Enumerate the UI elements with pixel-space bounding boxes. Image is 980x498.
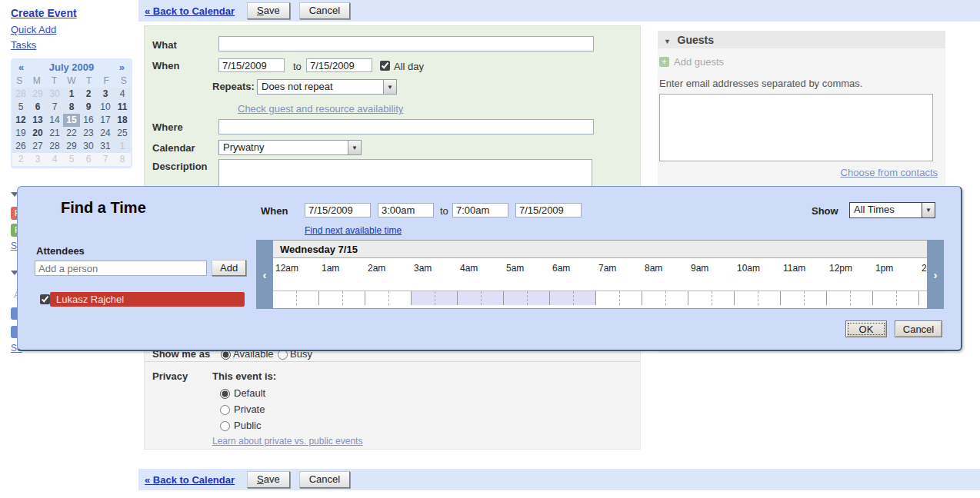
mini-calendar-day[interactable]: 16: [80, 114, 97, 127]
dialog-cancel-button[interactable]: Cancel: [895, 320, 942, 337]
mini-calendar-day[interactable]: 13: [29, 114, 46, 127]
calendar-select[interactable]: Prywatny ▼: [218, 140, 362, 155]
dialog-end-time-input[interactable]: [452, 203, 508, 217]
mini-calendar-day[interactable]: 27: [29, 140, 46, 153]
cancel-button[interactable]: Cancel: [299, 2, 350, 19]
sidebar-item-tasks[interactable]: Tasks: [11, 39, 36, 51]
mini-calendar-day[interactable]: 7: [97, 153, 114, 166]
hour-label: 3am: [412, 258, 458, 286]
mini-calendar-day[interactable]: 7: [46, 101, 63, 114]
mini-calendar-day[interactable]: 11: [114, 101, 131, 114]
all-day-checkbox[interactable]: [380, 61, 390, 71]
choose-from-contacts-link[interactable]: Choose from contacts: [841, 167, 938, 178]
mini-calendar-prev-icon[interactable]: «: [18, 61, 24, 73]
mini-calendar-day[interactable]: 30: [80, 140, 97, 153]
timeline-slot[interactable]: [919, 291, 927, 305]
mini-calendar-day[interactable]: 8: [63, 101, 80, 114]
timeline-selected-slot[interactable]: [550, 291, 596, 305]
timeline-selected-slot[interactable]: [504, 291, 550, 305]
mini-calendar-day[interactable]: 18: [114, 114, 131, 127]
privacy-default-radio[interactable]: [220, 389, 230, 399]
timeline-slot[interactable]: [781, 291, 827, 305]
mini-calendar-day[interactable]: 5: [12, 101, 29, 114]
attendee-checkbox[interactable]: [40, 294, 50, 304]
timeline-selected-slot[interactable]: [458, 291, 504, 305]
guests-header[interactable]: ▼ Guests: [658, 31, 945, 48]
timeline-slot[interactable]: [642, 291, 688, 305]
mini-calendar-day[interactable]: 17: [97, 114, 114, 127]
add-person-input[interactable]: [35, 261, 207, 276]
what-input[interactable]: [218, 36, 594, 51]
timeline-slot[interactable]: [319, 291, 365, 305]
back-to-calendar-link[interactable]: « Back to Calendar: [145, 474, 235, 486]
find-next-available-link[interactable]: Find next available time: [305, 225, 402, 236]
where-input[interactable]: [218, 119, 594, 134]
mini-calendar-day[interactable]: 24: [97, 127, 114, 140]
timeline-slot[interactable]: [873, 291, 919, 305]
dialog-start-time-input[interactable]: [378, 203, 434, 217]
mini-calendar-day[interactable]: 30: [46, 88, 63, 101]
back-to-calendar-link[interactable]: « Back to Calendar: [145, 5, 235, 17]
mini-calendar-day[interactable]: 4: [114, 88, 131, 101]
mini-calendar-day[interactable]: 2: [12, 153, 29, 166]
end-date-input[interactable]: [306, 58, 372, 72]
sidebar-item-create-event[interactable]: Create Event: [11, 7, 77, 19]
timeline-slot[interactable]: [688, 291, 735, 305]
mini-calendar-next-icon[interactable]: »: [119, 61, 125, 73]
mini-calendar-day[interactable]: 8: [114, 153, 131, 166]
mini-calendar-day[interactable]: 3: [97, 88, 114, 101]
mini-calendar-day[interactable]: 25: [114, 127, 131, 140]
cancel-button[interactable]: Cancel: [299, 471, 350, 488]
check-availability-link[interactable]: Check guest and resource availability: [238, 103, 403, 115]
ok-button[interactable]: OK: [845, 320, 887, 337]
sidebar-item-quick-add[interactable]: Quick Add: [11, 24, 56, 35]
mini-calendar-day[interactable]: 9: [80, 101, 97, 114]
mini-calendar-day[interactable]: 3: [29, 153, 46, 166]
mini-calendar-day[interactable]: 28: [46, 140, 63, 153]
mini-calendar-day[interactable]: 26: [12, 140, 29, 153]
mini-calendar-selected-day[interactable]: 15: [63, 114, 80, 127]
timeline-slot[interactable]: [735, 291, 781, 305]
timeline-slot[interactable]: [365, 291, 412, 305]
mini-calendar-day[interactable]: 1: [114, 140, 131, 153]
timeline-slot[interactable]: [596, 291, 642, 305]
mini-calendar-day[interactable]: 19: [12, 127, 29, 140]
dialog-end-date-input[interactable]: [515, 203, 582, 217]
mini-calendar-day[interactable]: 29: [63, 140, 80, 153]
mini-calendar-day[interactable]: 12: [12, 114, 29, 127]
privacy-learn-link[interactable]: Learn about private vs. public events: [212, 436, 362, 447]
timeline-cells[interactable]: [273, 291, 927, 305]
mini-calendar-day[interactable]: 31: [97, 140, 114, 153]
save-button[interactable]: Save: [247, 471, 290, 488]
add-attendee-button[interactable]: Add: [212, 260, 246, 276]
mini-calendar-day[interactable]: 2: [80, 88, 97, 101]
timeline-slot[interactable]: [827, 291, 873, 305]
mini-calendar-day[interactable]: 14: [46, 114, 63, 127]
mini-calendar-day[interactable]: 1: [63, 88, 80, 101]
attendee-item[interactable]: Lukasz Rajchel: [50, 292, 245, 307]
mini-calendar-day[interactable]: 5: [63, 153, 80, 166]
start-date-input[interactable]: [218, 58, 285, 72]
guest-emails-textarea[interactable]: [659, 94, 933, 161]
timeline-next-icon[interactable]: ›: [927, 240, 944, 309]
mini-calendar-day[interactable]: 20: [29, 127, 46, 140]
timeline-selected-slot[interactable]: [412, 291, 458, 305]
privacy-public-radio[interactable]: [220, 421, 230, 431]
mini-calendar-day[interactable]: 22: [63, 127, 80, 140]
mini-calendar-day[interactable]: 28: [12, 88, 29, 101]
dialog-start-date-input[interactable]: [305, 203, 371, 217]
mini-calendar-day[interactable]: 6: [80, 153, 97, 166]
repeats-select[interactable]: Does not repeat ▼: [257, 79, 397, 95]
mini-calendar-day[interactable]: 4: [46, 153, 63, 166]
mini-calendar-day[interactable]: 29: [29, 88, 46, 101]
mini-calendar-day[interactable]: 23: [80, 127, 97, 140]
privacy-private-radio[interactable]: [220, 405, 230, 415]
save-button[interactable]: Save: [247, 2, 290, 19]
add-guests-button[interactable]: + Add guests: [659, 56, 944, 68]
timeline-prev-icon[interactable]: ‹: [256, 240, 273, 309]
mini-calendar-day[interactable]: 21: [46, 127, 63, 140]
timeline-slot[interactable]: [273, 291, 319, 305]
show-select[interactable]: All Times ▼: [849, 202, 935, 218]
mini-calendar-day[interactable]: 10: [97, 101, 114, 114]
mini-calendar-day[interactable]: 6: [29, 101, 46, 114]
